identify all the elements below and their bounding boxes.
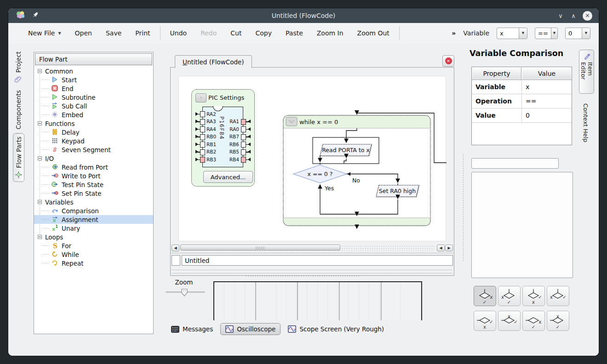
toolbar-print-button[interactable]: Print xyxy=(128,26,157,40)
tree-item-subroutine[interactable]: Subroutine xyxy=(34,93,153,102)
pin-rb5[interactable] xyxy=(241,149,246,155)
toolbar-save-button[interactable]: Save xyxy=(99,26,128,40)
advanced-button[interactable]: Advanced... xyxy=(203,171,253,183)
collapse-expander-icon[interactable] xyxy=(38,121,42,125)
pin-ra2[interactable] xyxy=(200,111,205,117)
toolbar-undo-button[interactable]: Undo xyxy=(163,26,194,40)
scrollbar-thumb[interactable] xyxy=(180,245,340,250)
tree-item-comparison[interactable]: Comparison xyxy=(34,206,153,215)
tree-item-keypad[interactable]: Keypad xyxy=(34,136,153,145)
table-header-property[interactable]: Property xyxy=(472,68,521,79)
operation-combo[interactable]: == ▼ xyxy=(535,28,558,39)
pic-settings-box[interactable]: ∨ PIC Settings P16F84 RA2RA3RA4RB0RB1RB2… xyxy=(191,89,255,187)
collapse-expander-icon[interactable] xyxy=(38,235,42,239)
zoom-slider[interactable] xyxy=(166,291,205,293)
zoom-slider-thumb[interactable] xyxy=(181,289,188,298)
pin-rb6[interactable] xyxy=(241,142,246,148)
table-row-operation[interactable]: Operation== xyxy=(472,94,572,108)
tree-group-variables[interactable]: Variables xyxy=(34,198,153,206)
value-cell[interactable]: 0 xyxy=(522,108,572,122)
name-checkbox[interactable] xyxy=(172,255,180,266)
tree-item-for[interactable]: SFor xyxy=(34,241,153,250)
tree-item-unary[interactable]: x1Unary xyxy=(34,224,153,233)
pin-rb1[interactable] xyxy=(200,142,205,148)
close-button[interactable]: ✕ xyxy=(583,11,592,21)
tree-item-repeat[interactable]: Repeat xyxy=(34,259,153,267)
pin-ra4[interactable] xyxy=(200,126,205,132)
right-tab-context-help[interactable]: Context Help xyxy=(582,103,589,142)
tree-item-write-to-port[interactable]: Write to Port xyxy=(34,171,153,180)
table-header-value[interactable]: Value xyxy=(522,68,571,79)
tree-item-assignment[interactable]: xAssignment xyxy=(34,215,153,224)
tree-item-embed[interactable]: Embed xyxy=(34,110,153,119)
variable-combo[interactable]: x ▼ xyxy=(497,28,527,39)
bottom-tab-scope-screen-very-rough[interactable]: Scope Screen (Very Rough) xyxy=(284,324,388,335)
chevron-down-icon[interactable]: ▼ xyxy=(582,28,590,39)
collapse-expander-icon[interactable] xyxy=(38,200,42,204)
toolbar-zoom-in-button[interactable]: Zoom In xyxy=(310,26,350,40)
pin-rb3[interactable] xyxy=(200,157,205,163)
decision-layout-button-3[interactable]: x✓ xyxy=(522,286,545,306)
scroll-left-button[interactable]: ◀ xyxy=(172,245,179,251)
collapse-expander-icon[interactable] xyxy=(38,69,42,73)
tree-group-loops[interactable]: Loops xyxy=(34,233,153,241)
toolbar-paste-button[interactable]: Paste xyxy=(279,26,310,40)
value-combo[interactable]: 0 ▼ xyxy=(565,28,590,39)
panel-drag-handle[interactable] xyxy=(245,275,360,278)
value-cell[interactable]: == xyxy=(522,94,572,108)
pin-rb7[interactable] xyxy=(241,134,246,140)
tree-item-end[interactable]: End xyxy=(34,84,153,93)
toolbar-overflow-icon[interactable]: » xyxy=(452,29,456,37)
right-tab-item-editor[interactable]: Item Editor xyxy=(579,50,594,94)
tree-group-functions[interactable]: Functions xyxy=(34,119,153,128)
document-tab[interactable]: Untitled (FlowCode) xyxy=(175,55,252,68)
decision-layout-button-4[interactable]: x✓ xyxy=(547,286,569,306)
chevron-down-icon[interactable]: ▼ xyxy=(551,28,557,39)
flowchart-canvas[interactable]: while x == 0 Read PORTA to x xyxy=(178,76,446,241)
flowchart-name-input[interactable]: Untitled xyxy=(182,255,453,266)
table-row-variable[interactable]: Variablex xyxy=(472,80,572,94)
decision-layout-button-2[interactable]: x✓ xyxy=(498,286,521,306)
decision-layout-button-7[interactable]: x✓ xyxy=(522,311,545,331)
value-cell[interactable]: x xyxy=(522,80,572,94)
horizontal-scrollbar[interactable]: ◀ ◀ ▶ xyxy=(172,245,453,251)
maximize-button[interactable]: ∧ xyxy=(570,12,577,19)
splitter-handle[interactable] xyxy=(463,154,464,262)
chevron-down-icon[interactable]: ▼ xyxy=(519,28,527,39)
bottom-tab-oscilloscope[interactable]: Oscilloscope xyxy=(220,323,281,335)
toolbar-copy-button[interactable]: Copy xyxy=(248,26,279,40)
toolbar-cut-button[interactable]: Cut xyxy=(223,26,248,40)
decision-layout-button-8[interactable]: x✓ xyxy=(547,311,569,331)
sidebar-tab-project[interactable]: Project xyxy=(13,49,23,86)
collapse-while-button[interactable] xyxy=(286,117,297,126)
pin-rb4[interactable] xyxy=(241,157,246,163)
pin-rb0[interactable] xyxy=(200,134,205,140)
scroll-left-button-2[interactable]: ◀ xyxy=(437,245,445,251)
toolbar-zoom-out-button[interactable]: Zoom Out xyxy=(350,26,396,40)
pin-ra3[interactable] xyxy=(200,119,205,125)
table-row-value[interactable]: Value0 xyxy=(472,108,572,123)
collapse-expander-icon[interactable] xyxy=(38,156,42,160)
right-panel-input[interactable] xyxy=(471,158,559,169)
close-document-button[interactable]: ✕ xyxy=(442,55,454,67)
tree-item-while[interactable]: While xyxy=(34,250,153,259)
scrollbar-track[interactable] xyxy=(180,245,435,251)
tree-item-sub-call[interactable]: Sub Call xyxy=(34,102,153,110)
toolbar-new-file-button[interactable]: New File▼ xyxy=(21,26,68,40)
pin-rb2[interactable] xyxy=(200,149,205,155)
toolbar-open-button[interactable]: Open xyxy=(68,26,99,40)
minimize-button[interactable]: ∨ xyxy=(557,12,564,19)
decision-layout-button-5[interactable]: x✓ xyxy=(474,311,496,331)
collapse-pic-button[interactable]: ∨ xyxy=(195,93,206,102)
bottom-tab-messages[interactable]: Messages xyxy=(167,324,217,335)
decision-layout-button-1[interactable]: x✓ xyxy=(474,286,496,306)
tree-item-test-pin-state[interactable]: Test Pin State xyxy=(34,180,153,189)
pin-ra1[interactable] xyxy=(241,119,246,125)
tree-item-read-from-port[interactable]: Read from Port xyxy=(34,163,153,171)
decision-layout-button-6[interactable]: x✓ xyxy=(498,311,521,331)
tree-item-delay[interactable]: Delay xyxy=(34,128,153,136)
scroll-right-button[interactable]: ▶ xyxy=(445,245,453,251)
tree-group-i-o[interactable]: I/O xyxy=(34,154,153,163)
tree-group-common[interactable]: Common xyxy=(34,67,153,75)
right-panel-listbox[interactable] xyxy=(471,172,573,278)
